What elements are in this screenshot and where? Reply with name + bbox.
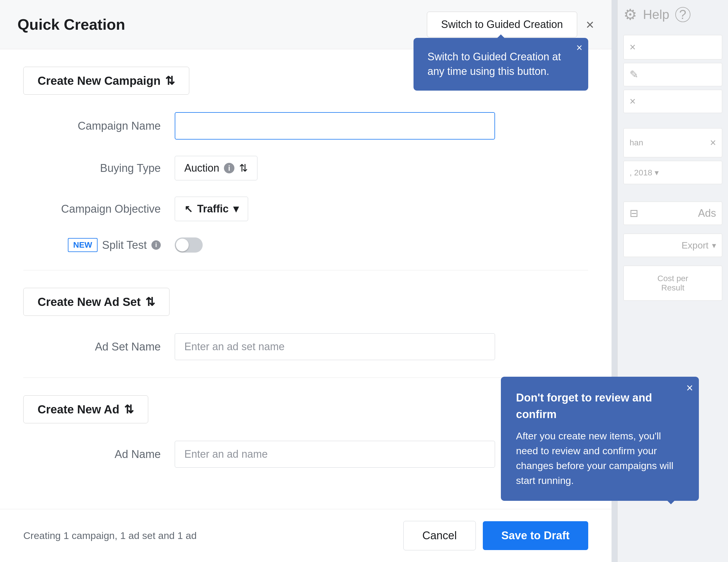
help-label-bg: Help — [643, 7, 669, 22]
campaign-objective-value: Traffic — [197, 203, 229, 215]
buying-type-chevron: ⇅ — [239, 162, 248, 174]
buying-type-row: Buying Type Auction i ⇅ — [23, 156, 588, 180]
buying-type-value: Auction — [184, 162, 219, 174]
buying-type-select[interactable]: Auction i ⇅ — [175, 156, 257, 180]
split-test-label: Split Test — [102, 239, 147, 251]
campaign-name-label: Campaign Name — [23, 120, 175, 132]
split-test-label-area: NEW Split Test i — [23, 238, 175, 252]
help-icon-bg: ? — [675, 7, 690, 22]
buying-type-label: Buying Type — [23, 162, 175, 174]
split-test-info-icon[interactable]: i — [151, 240, 161, 250]
modal-footer: Creating 1 campaign, 1 ad set and 1 ad C… — [0, 509, 612, 562]
save-to-draft-button[interactable]: Save to Draft — [483, 521, 588, 550]
modal-header: Quick Creation Switch to Guided Creation… — [0, 0, 612, 49]
review-confirm-tooltip: × Don't forget to review and confirm Aft… — [501, 377, 699, 501]
new-badge: NEW — [68, 238, 97, 252]
monitor-icon-bg: ⊟ — [630, 207, 638, 219]
campaign-objective-control: ↖ Traffic ▾ — [175, 197, 495, 221]
campaign-objective-select[interactable]: ↖ Traffic ▾ — [175, 197, 248, 221]
create-ad-button[interactable]: Create New Ad ⇅ — [23, 395, 148, 423]
footer-info-text: Creating 1 campaign, 1 ad set and 1 ad — [23, 530, 197, 541]
header-right: Switch to Guided Creation × — [427, 12, 594, 37]
buying-type-control: Auction i ⇅ — [175, 156, 495, 180]
ad-set-name-row: Ad Set Name — [23, 333, 588, 360]
review-tooltip-title: Don't forget to review and confirm — [516, 390, 684, 423]
buying-type-info-icon[interactable]: i — [224, 163, 234, 173]
campaign-section: Create New Campaign ⇅ Campaign Name Buyi… — [23, 67, 588, 252]
guided-tooltip-close-button[interactable]: × — [576, 43, 582, 53]
ad-set-name-label: Ad Set Name — [23, 341, 175, 353]
ads-label-bg: Ads — [698, 207, 716, 219]
objective-chevron: ▾ — [233, 203, 238, 215]
ad-name-control — [175, 441, 495, 468]
split-test-row: NEW Split Test i — [23, 237, 588, 252]
create-ad-set-button[interactable]: Create New Ad Set ⇅ — [23, 288, 169, 316]
text-bg: han — [630, 138, 643, 147]
ad-name-input[interactable] — [175, 441, 495, 468]
campaign-objective-row: Campaign Objective ↖ Traffic ▾ — [23, 197, 588, 221]
campaign-name-row: Campaign Name — [23, 112, 588, 139]
divider-1 — [23, 270, 588, 270]
export-arrow-bg: ▾ — [712, 241, 716, 250]
ad-set-section: Create New Ad Set ⇅ Ad Set Name — [23, 288, 588, 360]
export-label-bg: Export — [682, 240, 708, 251]
result-label-bg: Result — [661, 283, 684, 293]
campaign-name-input[interactable] — [175, 112, 495, 139]
ad-set-name-control — [175, 333, 495, 360]
close-icon-bg: × — [630, 41, 636, 53]
footer-buttons: Cancel Save to Draft — [403, 521, 588, 550]
cursor-icon: ↖ — [184, 203, 192, 215]
modal-title: Quick Creation — [17, 16, 125, 33]
create-ad-set-label: Create New Ad Set — [38, 296, 141, 309]
cost-label-bg: Cost per — [658, 274, 688, 283]
close-icon-2-bg: × — [630, 95, 636, 107]
create-campaign-label: Create New Campaign — [38, 74, 160, 87]
create-campaign-icon: ⇅ — [165, 74, 175, 87]
cancel-button[interactable]: Cancel — [403, 521, 476, 550]
pencil-icon-bg: ✎ — [630, 68, 638, 81]
create-ad-icon: ⇅ — [124, 403, 134, 416]
guided-tooltip-text: Switch to Guided Creation at any time us… — [427, 51, 561, 77]
split-test-toggle[interactable] — [175, 237, 203, 252]
create-ad-set-icon: ⇅ — [145, 295, 155, 309]
guided-creation-tooltip: × Switch to Guided Creation at any time … — [414, 38, 588, 91]
date-bg: , 2018 ▾ — [630, 168, 659, 177]
create-campaign-button[interactable]: Create New Campaign ⇅ — [23, 67, 189, 95]
campaign-objective-label: Campaign Objective — [23, 203, 175, 215]
close-icon-3-bg: × — [710, 137, 716, 149]
campaign-name-control — [175, 112, 495, 139]
create-ad-label: Create New Ad — [38, 403, 119, 416]
review-tooltip-close-button[interactable]: × — [686, 381, 693, 395]
ad-name-label: Ad Name — [23, 448, 175, 461]
review-tooltip-body: After you create new items, you'll need … — [516, 429, 684, 488]
gear-icon-bg: ⚙ — [623, 6, 637, 23]
ad-set-name-input[interactable] — [175, 333, 495, 360]
modal-close-button[interactable]: × — [586, 17, 594, 33]
